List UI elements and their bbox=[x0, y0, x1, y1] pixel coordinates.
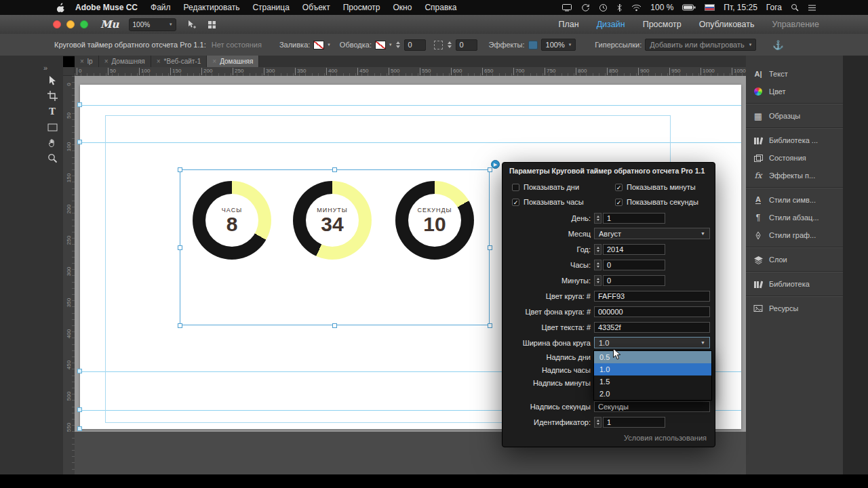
panel-tab-item[interactable]: ¶Стили абзац... bbox=[746, 209, 843, 226]
hand-tool[interactable] bbox=[44, 137, 60, 148]
param-input[interactable]: 2014 bbox=[603, 244, 665, 255]
opacity-select[interactable]: 100% ▾ bbox=[541, 39, 576, 51]
workspace-tab[interactable]: Опубликовать bbox=[699, 20, 755, 29]
widget-options-button[interactable]: ▶ bbox=[491, 160, 500, 169]
panel-tab-item[interactable]: Стили граф... bbox=[746, 226, 843, 244]
show-option-checkbox[interactable]: ✓Показывать секунды bbox=[615, 197, 715, 207]
param-input[interactable]: 000000 bbox=[594, 306, 710, 317]
close-icon[interactable]: × bbox=[157, 58, 161, 65]
pointer-plus-icon[interactable] bbox=[187, 20, 197, 29]
selection-handle[interactable] bbox=[332, 323, 337, 328]
menubar-menu-item[interactable]: Просмотр bbox=[343, 3, 380, 12]
show-option-checkbox[interactable]: ✓Показывать минуты bbox=[615, 182, 715, 192]
collapse-panel-icon[interactable]: » bbox=[43, 64, 47, 72]
stepper-arrows[interactable] bbox=[594, 417, 601, 428]
checkbox-checked-icon[interactable]: ✓ bbox=[615, 184, 623, 191]
stepper-arrows[interactable] bbox=[594, 213, 601, 224]
panel-tab-item[interactable]: AСтили симв... bbox=[746, 191, 843, 209]
zoom-tool[interactable] bbox=[44, 152, 60, 164]
selection-handle[interactable] bbox=[178, 167, 182, 172]
menubar-menu-item[interactable]: Окно bbox=[393, 3, 412, 12]
corner-radius-input[interactable]: 0 bbox=[456, 39, 477, 51]
panel-tab-item[interactable]: Ресурсы bbox=[746, 300, 843, 317]
dropdown-option[interactable]: 1.0 bbox=[594, 363, 711, 375]
selection-handle[interactable] bbox=[178, 245, 182, 250]
workspace-tab[interactable]: Управление bbox=[772, 20, 820, 29]
stepper-arrows[interactable] bbox=[594, 260, 601, 270]
rectangle-tool[interactable] bbox=[44, 121, 60, 133]
stroke-width-input[interactable]: 0 bbox=[404, 39, 426, 51]
zoom-window-button[interactable] bbox=[80, 20, 88, 28]
menubar-menu-item[interactable]: Редактировать bbox=[184, 3, 240, 12]
param-input[interactable]: 1 bbox=[603, 417, 665, 428]
bluetooth-icon[interactable] bbox=[616, 3, 623, 12]
param-input[interactable]: 43352f bbox=[594, 322, 710, 333]
anchor-icon[interactable]: ⚓ bbox=[772, 41, 783, 49]
workspace-tab[interactable]: Дизайн bbox=[597, 20, 625, 29]
close-icon[interactable]: × bbox=[212, 58, 216, 65]
dropdown-option[interactable]: 2.0 bbox=[594, 388, 711, 400]
panel-tab-item[interactable]: A|Текст bbox=[746, 65, 843, 83]
menubar-menu-item[interactable]: Объект bbox=[302, 3, 330, 12]
selection-handle[interactable] bbox=[488, 245, 492, 250]
document-tab[interactable]: ×*Веб-сайт-1 bbox=[151, 56, 208, 67]
workspace-tab[interactable]: Просмотр bbox=[643, 20, 682, 29]
selection-handle[interactable] bbox=[332, 167, 337, 172]
zoom-level-select[interactable]: 100% ▾ bbox=[129, 18, 176, 31]
notification-center-icon[interactable] bbox=[808, 4, 816, 12]
time-machine-icon[interactable] bbox=[599, 3, 608, 12]
crop-tool[interactable] bbox=[44, 90, 60, 102]
close-icon[interactable]: × bbox=[80, 58, 84, 65]
hyperlink-combobox[interactable]: Добавить или фильтровать ▾ bbox=[645, 39, 756, 51]
stepper-arrows[interactable] bbox=[594, 244, 601, 255]
panel-tab-item[interactable]: fxЭффекты п... bbox=[746, 167, 843, 184]
param-input[interactable]: 0 bbox=[603, 275, 665, 286]
text-tool[interactable]: T bbox=[44, 106, 60, 117]
dropdown-option[interactable]: 0.5 bbox=[594, 351, 711, 363]
menubar-user[interactable]: Гога bbox=[766, 3, 782, 12]
param-select[interactable]: Август▼ bbox=[594, 228, 710, 239]
wifi-icon[interactable] bbox=[631, 4, 642, 12]
stroke-swatch[interactable] bbox=[375, 41, 386, 49]
menubar-menu-item[interactable]: Файл bbox=[151, 3, 171, 12]
fill-swatch[interactable] bbox=[313, 41, 324, 49]
corner-stepper[interactable] bbox=[446, 40, 452, 49]
selection-handle[interactable] bbox=[488, 323, 492, 328]
selection-tool[interactable] bbox=[44, 75, 60, 86]
workspace-tab[interactable]: План bbox=[559, 20, 579, 29]
panel-tab-item[interactable]: Слои bbox=[746, 251, 843, 268]
checkbox-checked-icon[interactable]: ✓ bbox=[615, 199, 623, 206]
document-tab[interactable]: ×lp bbox=[75, 56, 99, 67]
app-menu[interactable]: Adobe Muse CC bbox=[75, 3, 138, 12]
selection-handle[interactable] bbox=[178, 323, 182, 328]
panel-tab-item[interactable]: Состояния bbox=[746, 149, 843, 167]
panel-tab-item[interactable]: Библиотека bbox=[746, 275, 843, 293]
menubar-clock[interactable]: Пт, 15:25 bbox=[724, 3, 757, 12]
param-input[interactable]: 0 bbox=[603, 260, 665, 270]
minimize-window-button[interactable] bbox=[66, 20, 75, 28]
grid-view-icon[interactable] bbox=[208, 20, 216, 29]
display-icon[interactable] bbox=[561, 3, 572, 12]
stroke-stepper[interactable] bbox=[395, 40, 401, 49]
terms-link[interactable]: Условия использования bbox=[502, 430, 715, 442]
panel-tab-item[interactable]: Цвет bbox=[746, 83, 843, 100]
dropdown-option[interactable]: 1.5 bbox=[594, 375, 711, 388]
show-option-checkbox[interactable]: Показывать дни bbox=[512, 182, 615, 192]
param-input[interactable]: 1 bbox=[603, 213, 665, 224]
param-input[interactable]: Секунды bbox=[594, 401, 710, 412]
keyboard-layout-icon[interactable] bbox=[705, 4, 715, 11]
apple-menu-icon[interactable] bbox=[57, 3, 65, 12]
checkbox-checked-icon[interactable]: ✓ bbox=[512, 199, 519, 206]
sync-icon[interactable] bbox=[581, 3, 590, 12]
panel-tab-item[interactable]: ▦Образцы bbox=[746, 107, 843, 125]
selection-handle[interactable] bbox=[488, 167, 492, 172]
close-icon[interactable]: × bbox=[104, 58, 108, 65]
menubar-menu-item[interactable]: Страница bbox=[252, 3, 289, 12]
stepper-arrows[interactable] bbox=[594, 275, 601, 286]
battery-icon[interactable] bbox=[682, 4, 696, 11]
spotlight-icon[interactable] bbox=[791, 3, 799, 12]
menubar-menu-item[interactable]: Справка bbox=[425, 3, 456, 12]
show-option-checkbox[interactable]: ✓Показывать часы bbox=[512, 197, 615, 207]
param-input[interactable]: FAFF93 bbox=[594, 291, 710, 302]
checkbox-unchecked-icon[interactable] bbox=[512, 184, 519, 191]
